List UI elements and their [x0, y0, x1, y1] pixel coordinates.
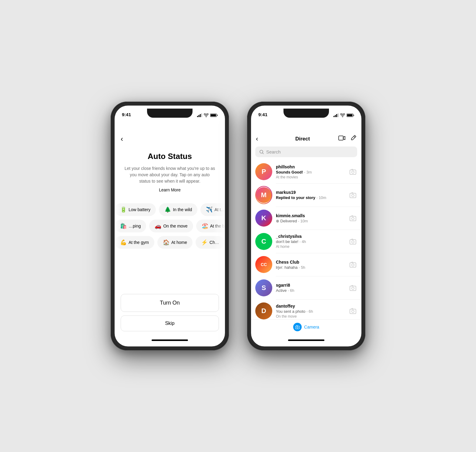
camera-bar-icon: [293, 323, 302, 331]
pill-on-the-move[interactable]: 🚗 On the move: [149, 220, 193, 232]
avatar-kimmie: K: [255, 210, 272, 227]
avatar-dantoffey: D: [255, 302, 272, 319]
svg-rect-20: [350, 216, 356, 221]
camera-svg-sgarri8: [350, 285, 356, 291]
message-info-markus19: markus19 Replied to your story · 10m: [276, 190, 345, 200]
message-item-kimmie[interactable]: K kimmie.smalls ⊕ Delivered · 10m: [251, 207, 361, 230]
camera-btn-christy[interactable]: [349, 237, 357, 246]
svg-rect-9: [338, 113, 339, 117]
preview-markus19: Replied to your story · 10m: [276, 195, 345, 200]
svg-rect-2: [200, 114, 201, 117]
avatar-wrapper-chess: CC: [255, 256, 272, 273]
message-item-sgarri8[interactable]: S sgarri8 Active · 6h: [251, 276, 361, 299]
svg-rect-12: [339, 136, 343, 140]
right-phone: 9:41: [247, 102, 365, 350]
message-info-christy: _christysilva don't be late! · 4h At hom…: [276, 234, 345, 249]
wifi-icon-right: [340, 113, 345, 117]
preview-christy: don't be late! · 4h: [276, 239, 345, 244]
username-phillsohn: phillsohn: [276, 164, 345, 169]
status-phillsohn: At the movies: [276, 175, 345, 179]
pill-at-the-beach[interactable]: 🏖️ At the bead: [196, 220, 225, 232]
header-action-icons: [338, 135, 357, 143]
search-bar[interactable]: Search: [255, 147, 357, 157]
message-item-phillsohn[interactable]: P phillsohn Sounds Good! · 3m At the mov…: [251, 160, 361, 183]
svg-rect-0: [197, 116, 198, 117]
bottom-camera-bar[interactable]: Camera: [251, 319, 361, 346]
avatar-christy: C: [255, 233, 272, 250]
camera-btn-sgarri8[interactable]: [349, 284, 357, 292]
message-item-markus19[interactable]: M markus19 Replied to your story · 10m: [251, 184, 361, 207]
avatar-sgarri8: S: [255, 279, 272, 296]
signal-icon: [197, 113, 202, 117]
notch: [147, 109, 193, 118]
camera-btn-markus19[interactable]: [349, 191, 357, 199]
status-icons-left: [197, 113, 218, 117]
auto-status-title: Auto Status: [124, 152, 216, 161]
message-item-christy[interactable]: C _christysilva don't be late! · 4h At h…: [251, 230, 361, 253]
svg-rect-17: [350, 193, 356, 198]
turn-on-button[interactable]: Turn On: [121, 294, 219, 312]
signal-icon-right: [334, 113, 339, 117]
pills-row-1: 🔋 Low battery 🌲 In the wild ✈️ At t…: [115, 201, 225, 218]
message-item-chess[interactable]: CC Chess Club lrjvr: hahaha · 5h: [251, 253, 361, 276]
back-button-left[interactable]: ‹: [115, 132, 129, 146]
status-icons-right: [334, 113, 354, 117]
camera-btn-dantoffey[interactable]: [349, 307, 357, 315]
svg-point-27: [352, 264, 354, 266]
message-info-phillsohn: phillsohn Sounds Good! · 3m At the movie…: [276, 164, 345, 179]
avatar-wrapper-kimmie: K: [255, 210, 272, 227]
svg-rect-40: [297, 325, 297, 326]
avatar-markus19: M: [256, 187, 272, 203]
pill-in-the-wild[interactable]: 🌲 In the wild: [159, 203, 197, 216]
back-button-right[interactable]: ‹: [256, 135, 267, 143]
svg-rect-5: [211, 114, 216, 116]
pill-low-battery[interactable]: 🔋 Low battery: [115, 203, 156, 216]
avatar-phillsohn: P: [255, 163, 272, 180]
svg-rect-8: [336, 114, 337, 117]
video-icon[interactable]: [338, 135, 346, 142]
message-item-dantoffey[interactable]: D dantoffey You sent a photo · 6h On the…: [251, 299, 361, 319]
svg-rect-22: [352, 216, 353, 217]
camera-btn-phillsohn[interactable]: [349, 167, 357, 176]
camera-svg-chess: [350, 261, 356, 268]
svg-rect-11: [347, 114, 353, 116]
svg-rect-6: [334, 116, 334, 117]
username-chess: Chess Club: [276, 260, 345, 265]
pill-at-home[interactable]: 🏠 At home: [157, 236, 193, 249]
message-info-kimmie: kimmie.smalls ⊕ Delivered · 10m: [276, 213, 345, 223]
pill-shopping[interactable]: 🛍️ …ping: [115, 220, 146, 232]
preview-chess: lrjvr: hahaha · 5h: [276, 265, 345, 270]
skip-button[interactable]: Skip: [121, 315, 219, 331]
wifi-icon: [204, 113, 209, 117]
status-christy: At home: [276, 245, 345, 249]
direct-content: ‹ Direct: [251, 119, 361, 346]
avatar-wrapper-christy: C: [255, 233, 272, 250]
pill-at-t[interactable]: ✈️ At t…: [200, 203, 225, 216]
svg-rect-29: [350, 286, 356, 291]
pill-ch[interactable]: ⚡ Ch…: [196, 236, 225, 249]
messages-list: P phillsohn Sounds Good! · 3m At the mov…: [251, 160, 361, 319]
camera-btn-chess[interactable]: [349, 260, 357, 269]
avatar-wrapper-markus19: M: [255, 187, 272, 204]
username-kimmie: kimmie.smalls: [276, 213, 345, 218]
svg-rect-16: [352, 169, 353, 170]
avatar-wrapper-phillsohn: P: [255, 163, 272, 180]
camera-svg-kimmie: [350, 215, 356, 221]
username-christy: _christysilva: [276, 234, 345, 239]
pill-at-the-gym[interactable]: 💪 At the gym: [115, 236, 154, 249]
svg-rect-1: [199, 115, 199, 117]
message-info-dantoffey: dantoffey You sent a photo · 6h On the m…: [276, 304, 345, 319]
camera-svg-christy: [350, 238, 356, 245]
time-left: 9:41: [122, 112, 131, 117]
preview-phillsohn: Sounds Good! · 3m: [276, 170, 345, 174]
camera-btn-kimmie[interactable]: [349, 214, 357, 222]
pills-row-2: 🛍️ …ping 🚗 On the move 🏖️ At the bead: [115, 218, 225, 234]
compose-icon[interactable]: [350, 135, 357, 143]
svg-rect-34: [352, 309, 353, 309]
avatar-wrapper-dantoffey: D: [255, 302, 272, 319]
svg-rect-26: [350, 263, 356, 267]
status-dantoffey: On the move: [276, 314, 345, 319]
learn-more-link[interactable]: Learn More: [124, 187, 216, 192]
svg-point-30: [352, 287, 354, 289]
svg-rect-38: [296, 326, 300, 329]
